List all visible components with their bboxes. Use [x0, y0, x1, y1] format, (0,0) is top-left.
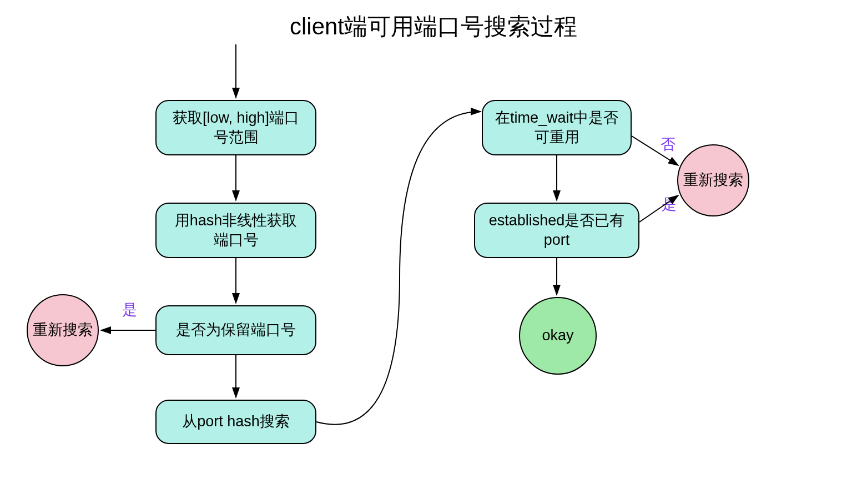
box-time-wait-reuse: 在time_wait中是否可重用	[482, 100, 632, 155]
box-label: established是否已有port	[486, 211, 627, 250]
box-hash-get-port: 用hash非线性获取端口号	[155, 203, 316, 258]
edge-label-yes-left: 是	[122, 300, 137, 320]
box-get-port-range: 获取[low, high]端口号范围	[155, 100, 316, 155]
box-is-reserved-port: 是否为保留端口号	[155, 305, 316, 355]
circle-retry-left: 重新搜索	[27, 294, 99, 366]
flowchart-arrows	[0, 0, 867, 504]
box-label: 从port hash搜索	[182, 412, 290, 431]
edge-label-no-right: 否	[661, 134, 676, 154]
circle-retry-right: 重新搜索	[677, 144, 749, 216]
edge-label-yes-right: 是	[662, 194, 677, 214]
diagram-title: client端可用端口号搜索过程	[290, 11, 577, 42]
box-label: 用hash非线性获取端口号	[168, 211, 304, 250]
box-established-port: established是否已有port	[474, 203, 639, 258]
circle-label: okay	[542, 326, 573, 345]
circle-label: 重新搜索	[683, 170, 743, 190]
box-port-hash-search: 从port hash搜索	[155, 400, 316, 444]
box-label: 获取[low, high]端口号范围	[168, 108, 304, 147]
circle-okay: okay	[519, 297, 597, 375]
box-label: 在time_wait中是否可重用	[494, 108, 619, 147]
circle-label: 重新搜索	[33, 320, 93, 340]
box-label: 是否为保留端口号	[176, 320, 296, 340]
